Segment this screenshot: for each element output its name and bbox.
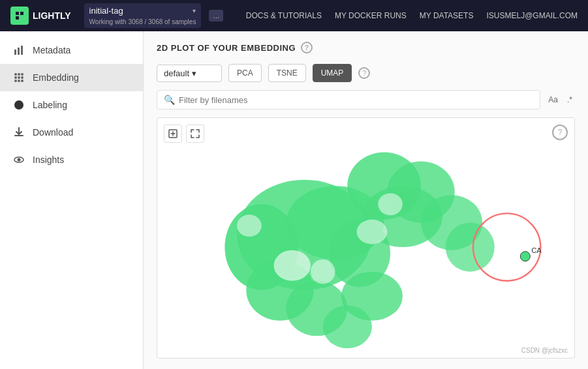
svg-rect-5 <box>21 46 23 55</box>
tag-selector[interactable]: initial-tag ▾ Working with 3068 / 3068 o… <box>84 3 202 28</box>
svg-point-36 <box>378 193 403 215</box>
zoom-icon[interactable] <box>164 125 182 143</box>
navbar: LIGHTLY initial-tag ▾ Working with 3068 … <box>0 0 588 31</box>
plot-area: ? <box>157 117 575 359</box>
logo-text: LIGHTLY <box>33 10 71 21</box>
sidebar-item-embedding[interactable]: Embedding <box>0 64 143 91</box>
dropdown-chevron-icon: ▾ <box>192 68 196 78</box>
chevron-down-icon: ▾ <box>193 7 196 14</box>
sidebar-item-insights[interactable]: Insights <box>0 146 143 173</box>
sidebar-item-metadata[interactable]: Metadata <box>0 37 143 64</box>
section-help-icon[interactable]: ? <box>301 42 313 53</box>
search-icon: 🔍 <box>164 95 175 105</box>
svg-rect-0 <box>16 12 19 15</box>
user-menu[interactable]: ISUSMELJ@GMAIL.COM <box>486 11 578 20</box>
sidebar-insights-label: Insights <box>33 155 64 165</box>
circle-icon <box>13 99 25 111</box>
svg-point-13 <box>18 80 20 82</box>
search-input[interactable] <box>179 95 533 105</box>
embedding-plot[interactable]: CA <box>157 118 574 358</box>
tsne-button[interactable]: TSNE <box>268 64 306 82</box>
svg-rect-3 <box>14 50 16 55</box>
svg-point-7 <box>18 73 20 76</box>
svg-point-35 <box>237 214 262 237</box>
fullscreen-icon[interactable] <box>186 125 204 143</box>
svg-point-12 <box>14 80 17 82</box>
umap-button[interactable]: UMAP <box>313 64 352 82</box>
svg-point-17 <box>18 158 21 162</box>
sidebar: Metadata Embedding <box>0 31 144 369</box>
logo: LIGHTLY <box>10 7 71 25</box>
controls-row: default ▾ PCA TSNE UMAP ? <box>157 64 575 82</box>
svg-point-15 <box>14 100 23 110</box>
pca-button[interactable]: PCA <box>228 64 262 82</box>
docker-link[interactable]: MY DOCKER RUNS <box>335 11 407 20</box>
text-options: Aa .* <box>546 94 575 106</box>
tag-subtitle: Working with 3068 / 3068 of samples <box>89 18 196 25</box>
eye-icon <box>13 154 25 166</box>
svg-point-6 <box>14 73 17 76</box>
section-title-text: 2D PLOT OF YOUR EMBEDDING <box>157 43 296 53</box>
sidebar-item-download[interactable]: Download <box>0 119 143 146</box>
plot-help-icon[interactable]: ? <box>552 125 568 140</box>
svg-point-38 <box>520 252 530 261</box>
embedding-dropdown[interactable]: default ▾ <box>157 65 222 82</box>
download-icon <box>13 126 25 138</box>
app-layout: Metadata Embedding <box>0 31 588 369</box>
docs-link[interactable]: DOCS & TUTORIALS <box>246 11 322 20</box>
sidebar-embedding-label: Embedding <box>33 72 79 83</box>
section-title-row: 2D PLOT OF YOUR EMBEDDING ? <box>157 42 575 53</box>
svg-point-34 <box>356 220 387 244</box>
search-row: 🔍 Aa .* <box>157 90 575 110</box>
datasets-link[interactable]: MY DATASETS <box>420 11 474 20</box>
svg-point-10 <box>18 76 20 79</box>
chart-icon <box>13 44 25 56</box>
svg-point-9 <box>14 76 17 79</box>
svg-point-32 <box>274 250 311 281</box>
svg-point-14 <box>21 80 23 82</box>
svg-rect-4 <box>18 48 20 55</box>
tag-name: initial-tag <box>89 6 191 16</box>
method-help-icon[interactable]: ? <box>358 67 370 79</box>
tag-more-button[interactable]: ... <box>209 10 223 22</box>
watermark: CSDN @jcfszxc <box>521 347 568 354</box>
svg-rect-1 <box>20 12 23 15</box>
svg-point-26 <box>341 272 403 321</box>
dropdown-value: default <box>164 68 189 78</box>
svg-point-11 <box>21 76 23 79</box>
case-sensitive-button[interactable]: Aa <box>546 94 561 106</box>
sidebar-metadata-label: Metadata <box>33 45 70 55</box>
sidebar-item-labeling[interactable]: Labeling <box>0 91 143 119</box>
grid-icon <box>13 72 25 83</box>
svg-rect-2 <box>16 16 19 20</box>
plot-toolbar <box>164 125 204 143</box>
svg-point-31 <box>446 223 495 272</box>
svg-point-8 <box>21 73 23 76</box>
regex-button[interactable]: .* <box>565 94 575 106</box>
svg-point-33 <box>311 259 335 284</box>
svg-text:CA: CA <box>531 246 542 254</box>
search-box: 🔍 <box>157 90 540 110</box>
sidebar-download-label: Download <box>33 127 73 138</box>
logo-icon <box>10 7 29 25</box>
sidebar-labeling-label: Labeling <box>33 100 67 110</box>
main-content: 2D PLOT OF YOUR EMBEDDING ? default ▾ PC… <box>144 31 588 369</box>
navbar-links: DOCS & TUTORIALS MY DOCKER RUNS MY DATAS… <box>246 11 578 20</box>
